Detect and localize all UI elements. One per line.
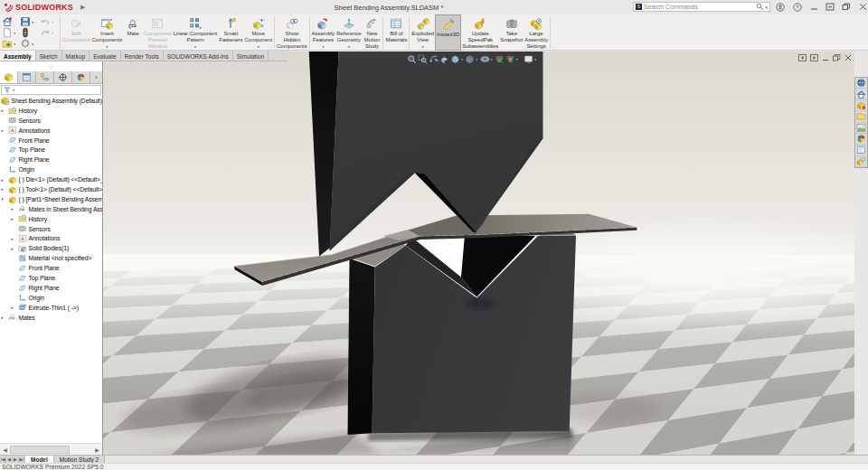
ribbon-button-motion-study[interactable]: New Motion Study <box>362 14 382 51</box>
dropdown-caret[interactable]: ▾ <box>534 57 536 61</box>
user-account-icon[interactable] <box>774 1 787 13</box>
tree-item[interactable]: Material <not specified> <box>0 253 102 263</box>
search-dropdown-caret[interactable]: ▾ <box>765 5 768 10</box>
taskpane-marketplace-button[interactable] <box>855 78 867 89</box>
qat-newdoc-button[interactable]: ▾ <box>2 27 20 38</box>
tree-expand-arrow[interactable]: ▸ <box>1 315 7 320</box>
qat-redo-button[interactable]: ▾ <box>40 27 58 38</box>
tree-expand-arrow[interactable]: ▸ <box>1 177 7 183</box>
tree-item[interactable]: Sensors <box>0 116 102 126</box>
headsup-previous-view-button[interactable] <box>429 54 439 64</box>
scroll-left-arrow[interactable]: ◀ <box>0 446 10 453</box>
qat-home-button[interactable] <box>2 16 20 27</box>
modeltab-nav-next[interactable]: ▶ <box>13 456 19 463</box>
ribbon-button-instant3d[interactable]: Instant3D <box>435 14 461 51</box>
tab-right-icon[interactable] <box>810 54 818 61</box>
dropdown-caret[interactable]: ▾ <box>348 45 350 49</box>
qat-gear-button[interactable]: ▾ <box>20 38 40 49</box>
tree-expand-arrow[interactable]: ▸ <box>1 186 7 192</box>
tree-item[interactable]: ▾ ( ) [Part1^Sheet Bending Assemt <box>0 194 102 204</box>
dropdown-caret[interactable]: ▾ <box>476 57 477 61</box>
ribbon-button-reference-geometry[interactable]: Reference Geometry ▾ <box>335 14 362 51</box>
tree-item[interactable]: Sensors <box>0 224 102 234</box>
dropdown-caret[interactable]: ▾ <box>491 57 493 61</box>
doc-close-icon[interactable] <box>844 54 852 61</box>
ribbon-button-linear-pattern[interactable]: Linear Component Pattern ▾ <box>173 14 219 51</box>
tree-expand-arrow[interactable]: ▸ <box>11 216 17 221</box>
search-icon[interactable] <box>756 3 764 11</box>
tree-item[interactable]: ▸ Mates in Sheet Bending Asse <box>0 204 102 214</box>
headsup-display-style-button[interactable]: ▾ <box>465 54 478 64</box>
graphics-viewport[interactable]: ▾▾▾▾▾ <box>103 52 854 455</box>
qat-undo-button[interactable]: ▾ <box>40 16 58 27</box>
dropdown-caret[interactable]: ▾ <box>14 42 15 45</box>
dropdown-caret[interactable]: ▾ <box>52 20 53 24</box>
headsup-scene-apply-button[interactable]: ▾ <box>505 54 519 64</box>
search-input[interactable]: S Search Commands ▾ <box>633 2 770 12</box>
command-tab-solidworks-add-ins[interactable]: SOLIDWORKS Add-Ins <box>164 51 233 61</box>
dropdown-caret[interactable]: ▾ <box>322 45 324 49</box>
dropdown-caret[interactable]: ▾ <box>32 42 33 45</box>
modeltab-nav-first[interactable]: |◀ <box>0 456 6 463</box>
ribbon-button-show-hidden[interactable]: Show Hidden Components <box>276 14 308 51</box>
headsup-view-settings-button[interactable]: ▾ <box>524 54 537 64</box>
tree-expand-arrow[interactable]: ▸ <box>11 246 17 251</box>
ribbon-button-move-component[interactable]: Move Component ▾ <box>244 14 274 51</box>
ribbon-button-assembly-features[interactable]: Assembly Features ▾ <box>311 14 336 51</box>
tree-item[interactable]: ▸ Solid Bodies(1) <box>0 243 102 253</box>
tree-item[interactable]: Origin <box>0 164 102 174</box>
qat-open-button[interactable]: ▾ <box>2 38 20 49</box>
tree-item[interactable]: Front Plane <box>0 263 102 273</box>
command-tab-evaluate[interactable]: Evaluate <box>90 51 120 61</box>
tree-expand-arrow[interactable]: ▸ <box>11 305 17 310</box>
close-button[interactable] <box>856 1 868 13</box>
qat-save-button[interactable]: ▾ <box>20 16 40 27</box>
dropdown-caret[interactable]: ▾ <box>258 45 259 49</box>
tree-expand-arrow[interactable]: ▸ <box>11 206 17 212</box>
doc-minimize-icon[interactable] <box>822 54 829 61</box>
headsup-zoom-fit-button[interactable] <box>407 54 417 64</box>
panel-tab-feature-tree-tab[interactable] <box>0 71 18 83</box>
headsup-section-view-button[interactable] <box>439 54 449 64</box>
scroll-right-arrow[interactable]: ▶ <box>92 446 102 453</box>
tree-item[interactable]: Origin <box>0 293 102 303</box>
tree-expand-arrow[interactable]: ▸ <box>1 108 7 113</box>
headsup-zoom-area-button[interactable] <box>418 54 428 64</box>
command-tab-simulation[interactable]: Simulation <box>233 51 269 61</box>
headsup-hide-show-button[interactable]: ▾ <box>480 54 494 64</box>
ribbon-button-mate[interactable]: Mate <box>123 14 143 51</box>
tree-item[interactable]: Front Plane <box>0 136 102 146</box>
tree-item[interactable]: Right Plane <box>0 155 102 164</box>
ribbon-button-speedpak[interactable]: Update SpeedPak Subassemblies <box>461 14 499 51</box>
model-tab-model[interactable]: Model <box>25 456 54 463</box>
ribbon-button-smart-fasteners[interactable]: Smart Fasteners <box>218 14 243 51</box>
dropdown-caret[interactable]: ▾ <box>14 31 15 34</box>
modeltab-nav-prev[interactable]: ◀ <box>6 456 13 463</box>
scroll-thumb[interactable] <box>10 446 70 454</box>
modeltab-nav-last[interactable]: ▶| <box>19 456 25 463</box>
dropdown-caret[interactable]: ▾ <box>194 45 196 49</box>
command-tab-assembly[interactable]: Assembly <box>0 51 36 61</box>
dropdown-caret[interactable]: ▾ <box>516 57 518 61</box>
taskpane-custom-properties-button[interactable] <box>855 145 867 155</box>
ribbon-button-bom[interactable]: Bill of Materials <box>384 14 408 51</box>
panel-tab-display-tab[interactable] <box>72 71 90 83</box>
restore-button[interactable] <box>840 1 853 13</box>
dropdown-caret[interactable]: ▾ <box>461 57 463 61</box>
taskpane-view-palette-button[interactable] <box>855 123 867 134</box>
panel-tab-dimxpert-tab[interactable] <box>54 71 72 83</box>
ribbon-button-snapshot[interactable]: Take Snapshot <box>499 14 524 51</box>
tree-item[interactable]: Top Plane <box>0 145 102 155</box>
ribbon-button-exploded-view[interactable]: Exploded View ▾ <box>410 14 435 51</box>
tree-filter[interactable]: ▾ <box>1 85 101 95</box>
command-tab-render-tools[interactable]: Render Tools <box>121 51 164 61</box>
doc-restore-icon[interactable] <box>833 54 841 61</box>
tree-item[interactable]: ▸A Annotations <box>0 126 102 136</box>
model-tab-motion-study-2[interactable]: Motion Study 2 <box>54 456 105 463</box>
dropdown-caret[interactable]: ▾ <box>32 20 33 24</box>
help-icon[interactable]: ? <box>791 1 804 13</box>
dropdown-caret[interactable]: ▾ <box>106 45 108 49</box>
tree-item[interactable]: Right Plane <box>0 283 102 293</box>
taskpane-resources-button[interactable] <box>855 89 867 99</box>
ribbon-button-insert-components[interactable]: Insert Components ▾ <box>91 14 124 51</box>
